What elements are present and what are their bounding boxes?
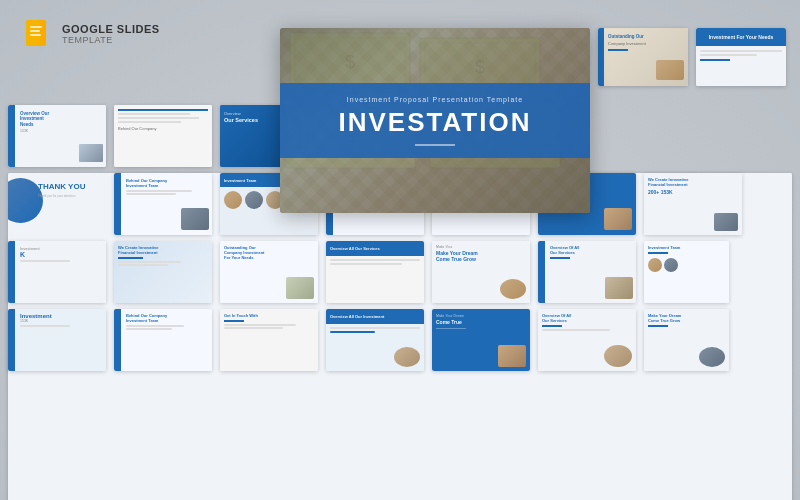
hero-subtitle: Investment Proposal Presentation Templat… (347, 96, 523, 103)
google-slides-icon (22, 18, 54, 50)
slide-thumb-r3c5: Make Your Make Your DreamCome True Grow (432, 241, 530, 303)
slide-thumb-r2c7: We Create InnovativeFinancial Investment… (644, 173, 742, 235)
slide-thumb-r4c4: Overview All Our Investment (326, 309, 424, 371)
branding-block: GOOGLE SLIDES TEMPLATE (22, 18, 160, 50)
slide-thumb-r4c5: Make Your Dream Come True (432, 309, 530, 371)
slide-right-top-1: Outstanding Our Company Investment (598, 28, 688, 86)
svg-text:$: $ (345, 52, 355, 72)
slide-thumb-r1c2: Behind Our Company (114, 105, 212, 167)
slide-thumb-r4c1: Investment 153K (8, 309, 106, 371)
branding-text: GOOGLE SLIDES TEMPLATE (62, 23, 160, 45)
slide-thumb-r3c3: Outstanding OurCompany InvestmentFor You… (220, 241, 318, 303)
hero-decorative-line (415, 144, 455, 146)
slide-thumb-r3c4: Overview All Our Services (326, 241, 424, 303)
slide-thumb-r1c1: Overview OurInvestmentNeeds 153K (8, 105, 106, 167)
hero-blue-band: Investment Proposal Presentation Templat… (280, 83, 590, 158)
page-container: GOOGLE SLIDES TEMPLATE $ $ 5 1 Investmen… (0, 0, 800, 500)
slide-thumb-r4c7: Make Your DreamCome True Grow (644, 309, 729, 371)
svg-rect-1 (26, 20, 40, 46)
slide-thumb-r3c6: Overview Of AllOur Services (538, 241, 636, 303)
slide-thumb-r3c7: Investment Team (644, 241, 729, 303)
svg-text:$: $ (475, 57, 485, 77)
slide-thumb-r4c3: Get In Touch With (220, 309, 318, 371)
branding-subtitle: TEMPLATE (62, 35, 160, 45)
slide-thumb-r3c1: Investment K (8, 241, 106, 303)
slide-thumb-r4c2: Behind Our CompanyInvestment Team (114, 309, 212, 371)
svg-rect-2 (30, 26, 42, 28)
svg-rect-3 (30, 30, 40, 32)
branding-title: GOOGLE SLIDES (62, 23, 160, 35)
thank-you-text: THANK YOU (38, 183, 85, 192)
svg-rect-4 (30, 34, 41, 36)
slide-thumb-r4c6: Overview Of AllOur Services (538, 309, 636, 371)
slide-right-top-2: Investment For Your Needs (696, 28, 786, 86)
hero-title: INVESTATION (339, 107, 532, 138)
hero-slide: $ $ 5 1 Investment Proposal Presentation… (280, 28, 590, 213)
slide-thumb-r3c2: We Create InnovativeFinancial Investment (114, 241, 212, 303)
slide-thumb-r2c2: Behind Our CompanyInvestment Team (114, 173, 212, 235)
